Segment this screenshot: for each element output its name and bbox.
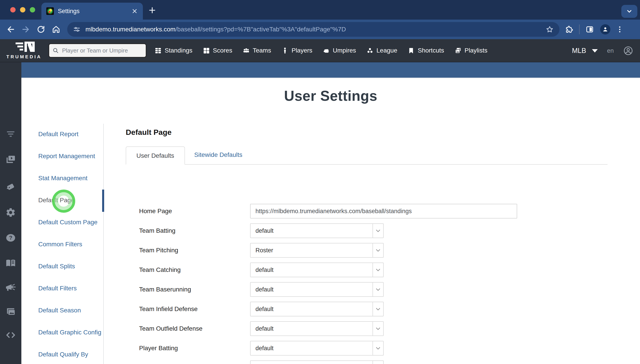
tab-user-defaults[interactable]: User Defaults [126,146,185,165]
window-minimize-button[interactable] [20,7,25,12]
window-zoom-button[interactable] [30,7,35,12]
team-batting-select[interactable]: default [250,224,384,238]
bookmark-star-icon[interactable] [546,25,554,33]
team-infield-defense-select[interactable]: default [250,302,384,316]
back-button[interactable] [6,25,15,34]
team-baserunning-select[interactable]: default [250,282,384,297]
reload-button[interactable] [36,25,46,34]
chevron-down-icon [372,282,383,296]
nav-item-label: Shortcuts [418,47,444,54]
megaphone-icon[interactable] [5,283,16,292]
team-pitching-select[interactable]: Roster [250,243,384,258]
form-row-team-infield-defense: Team Infield Defense default [126,302,608,316]
tab-sitewide-defaults[interactable]: Sitewide Defaults [185,146,252,164]
extensions-icon[interactable] [565,25,573,34]
team-outfield-defense-select[interactable]: default [250,321,384,336]
account-button[interactable] [623,46,633,56]
player-pitching-select[interactable]: default [250,360,384,364]
nav-item-standings[interactable]: Standings [154,47,192,54]
nav-item-league[interactable]: League [366,47,397,54]
league-selector-label: MLB [572,47,586,55]
browser-tab-bar: Settings [0,0,640,20]
league-balls-icon [366,47,374,54]
field-label: Team Batting [126,227,250,234]
trumedia-wordmark: TRUMEDIA [6,54,42,60]
menu-item-default-qualify-by[interactable]: Default Qualify By [38,343,103,364]
menu-divider [103,124,104,364]
active-menu-indicator [102,190,104,212]
browser-toolbar: mlbdemo.trumedianetworks.com/baseball/se… [0,20,640,39]
defaults-form: Home Page Team Batting default Team Pitc… [126,204,608,364]
field-label: Team Infield Defense [126,306,250,312]
video-playlist-icon[interactable] [6,155,16,164]
menu-item-default-report[interactable]: Default Report [38,123,103,145]
menu-item-common-filters[interactable]: Common Filters [38,233,103,255]
menu-item-stat-management[interactable]: Stat Management [38,167,103,189]
field-label: Team Catching [126,266,250,274]
gallery-icon[interactable] [5,307,16,317]
nav-item-shortcuts[interactable]: Shortcuts [408,47,444,54]
new-tab-button[interactable] [148,6,157,15]
menu-item-default-season[interactable]: Default Season [38,299,103,321]
forward-button[interactable] [21,25,30,34]
language-selector[interactable]: en [607,48,614,54]
player-icon [281,47,288,54]
address-bar[interactable]: mlbdemo.trumedianetworks.com/baseball/se… [67,22,560,37]
help-icon[interactable]: ? [6,233,16,242]
page-header-band [21,62,640,78]
chevron-down-icon [626,8,633,15]
code-icon[interactable] [5,331,16,339]
field-label: Team Baserunning [126,286,250,293]
browser-tab[interactable]: Settings [42,3,143,20]
global-search[interactable] [48,44,146,58]
playlists-icon [454,47,462,54]
team-catching-select[interactable]: default [250,262,384,277]
search-icon [52,47,59,54]
book-icon[interactable] [5,258,16,268]
filter-icon[interactable] [6,130,16,138]
nav-item-playlists[interactable]: Playlists [454,47,488,54]
menu-item-default-graphic-config[interactable]: Default Graphic Config [38,321,103,343]
form-row-player-batting: Player Batting default [126,341,608,356]
left-icon-rail: ? [0,62,21,364]
home-button[interactable] [52,25,60,34]
nav-item-umpires[interactable]: Umpires [323,47,356,54]
gear-icon[interactable] [6,207,16,218]
settings-menu: Default Report Report Management Stat Ma… [38,123,103,364]
field-label: Player Batting [126,345,250,352]
form-row-team-baserunning: Team Baserunning default [126,282,608,297]
form-row-team-pitching: Team Pitching Roster [126,243,608,258]
menu-item-report-management[interactable]: Report Management [38,145,103,167]
teams-people-icon [242,47,250,54]
app-nav-bar: TRUMEDIA Standings Scores Teams Players … [0,39,640,62]
browser-profile-avatar[interactable] [600,24,610,34]
chevron-down-icon [592,49,598,52]
browser-menu-icon[interactable] [616,25,624,33]
tab-search-button[interactable] [621,5,637,18]
nav-item-teams[interactable]: Teams [242,47,271,54]
nav-item-scores[interactable]: Scores [203,47,232,54]
chevron-down-icon [372,341,383,355]
menu-item-default-filters[interactable]: Default Filters [38,277,103,299]
defaults-tabs: User Defaults Sitewide Defaults [126,146,608,165]
home-page-input[interactable] [250,204,517,218]
tag-icon[interactable] [5,182,16,191]
default-page-panel: Default Page User Defaults Sitewide Defa… [126,128,608,364]
tab-close-icon[interactable] [131,8,138,14]
league-selector[interactable]: MLB [572,47,598,55]
form-row-team-outfield-defense: Team Outfield Defense default [126,321,608,336]
menu-item-default-splits[interactable]: Default Splits [38,255,103,277]
form-row-team-catching: Team Catching default [126,262,608,277]
side-panel-icon[interactable] [586,25,594,34]
menu-item-default-page[interactable]: Default Page [38,189,103,211]
field-label: Home Page [126,208,250,215]
chevron-down-icon [372,302,383,316]
nav-item-players[interactable]: Players [281,47,312,54]
player-batting-select[interactable]: default [250,341,384,356]
nav-item-label: Scores [213,47,232,54]
search-input[interactable] [62,47,143,54]
trumedia-logo[interactable]: TRUMEDIA [0,39,48,62]
window-close-button[interactable] [10,7,16,12]
menu-item-default-custom-page[interactable]: Default Custom Page [38,211,103,233]
site-controls-icon[interactable] [73,26,80,33]
